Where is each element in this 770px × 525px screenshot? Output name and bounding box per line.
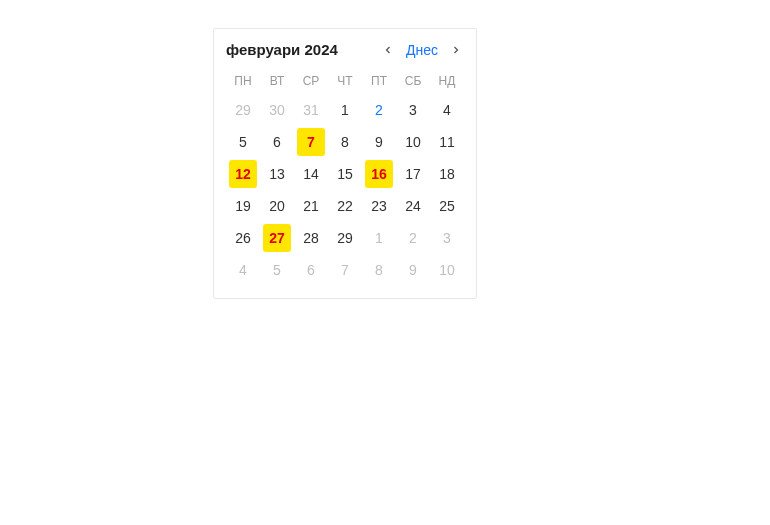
prev-month-button[interactable] xyxy=(380,42,396,58)
calendar-header: февруари 2024 Днес xyxy=(226,41,464,58)
day-cell[interactable]: 4 xyxy=(433,96,461,124)
day-cell[interactable]: 30 xyxy=(263,96,291,124)
day-cell[interactable]: 20 xyxy=(263,192,291,220)
day-cell[interactable]: 26 xyxy=(229,224,257,252)
day-cell[interactable]: 4 xyxy=(229,256,257,284)
day-cell[interactable]: 31 xyxy=(297,96,325,124)
day-cell[interactable]: 1 xyxy=(365,224,393,252)
day-cell[interactable]: 15 xyxy=(331,160,359,188)
calendar-week-row: 45678910 xyxy=(226,254,464,286)
calendar-grid: ПН ВТ СР ЧТ ПТ СБ НД 2930311234567891011… xyxy=(226,68,464,286)
day-cell[interactable]: 21 xyxy=(297,192,325,220)
day-cell[interactable]: 9 xyxy=(399,256,427,284)
day-cell[interactable]: 9 xyxy=(365,128,393,156)
day-cell[interactable]: 2 xyxy=(399,224,427,252)
weekday-header: СБ xyxy=(396,68,430,94)
day-cell[interactable]: 29 xyxy=(229,96,257,124)
calendar-week-row: 26272829123 xyxy=(226,222,464,254)
day-cell[interactable]: 24 xyxy=(399,192,427,220)
weekday-header: ВТ xyxy=(260,68,294,94)
weekday-header: ПН xyxy=(226,68,260,94)
day-cell[interactable]: 6 xyxy=(263,128,291,156)
weekday-header: ПТ xyxy=(362,68,396,94)
chevron-left-icon xyxy=(382,44,394,56)
day-cell[interactable]: 3 xyxy=(399,96,427,124)
calendar-week-row: 567891011 xyxy=(226,126,464,158)
today-button[interactable]: Днес xyxy=(406,42,438,58)
day-cell[interactable]: 10 xyxy=(433,256,461,284)
weekday-row: ПН ВТ СР ЧТ ПТ СБ НД xyxy=(226,68,464,94)
day-cell[interactable]: 27 xyxy=(263,224,291,252)
day-cell[interactable]: 7 xyxy=(331,256,359,284)
calendar-week-row: 19202122232425 xyxy=(226,190,464,222)
day-cell[interactable]: 14 xyxy=(297,160,325,188)
day-cell[interactable]: 16 xyxy=(365,160,393,188)
calendar-week-row: 2930311234 xyxy=(226,94,464,126)
day-cell[interactable]: 13 xyxy=(263,160,291,188)
weekday-header: ЧТ xyxy=(328,68,362,94)
day-cell[interactable]: 11 xyxy=(433,128,461,156)
day-cell[interactable]: 2 xyxy=(365,96,393,124)
day-cell[interactable]: 5 xyxy=(263,256,291,284)
day-cell[interactable]: 10 xyxy=(399,128,427,156)
day-cell[interactable]: 28 xyxy=(297,224,325,252)
calendar-nav: Днес xyxy=(380,42,464,58)
chevron-right-icon xyxy=(450,44,462,56)
calendar-title[interactable]: февруари 2024 xyxy=(226,41,338,58)
day-cell[interactable]: 17 xyxy=(399,160,427,188)
day-cell[interactable]: 3 xyxy=(433,224,461,252)
day-cell[interactable]: 19 xyxy=(229,192,257,220)
day-cell[interactable]: 1 xyxy=(331,96,359,124)
weekday-header: НД xyxy=(430,68,464,94)
day-cell[interactable]: 22 xyxy=(331,192,359,220)
weekday-header: СР xyxy=(294,68,328,94)
day-cell[interactable]: 23 xyxy=(365,192,393,220)
day-cell[interactable]: 18 xyxy=(433,160,461,188)
day-cell[interactable]: 6 xyxy=(297,256,325,284)
day-cell[interactable]: 25 xyxy=(433,192,461,220)
day-cell[interactable]: 7 xyxy=(297,128,325,156)
day-cell[interactable]: 8 xyxy=(365,256,393,284)
day-cell[interactable]: 5 xyxy=(229,128,257,156)
day-cell[interactable]: 8 xyxy=(331,128,359,156)
day-cell[interactable]: 12 xyxy=(229,160,257,188)
day-cell[interactable]: 29 xyxy=(331,224,359,252)
next-month-button[interactable] xyxy=(448,42,464,58)
calendar-panel: февруари 2024 Днес ПН ВТ СР ЧТ ПТ СБ НД … xyxy=(213,28,477,299)
calendar-week-row: 12131415161718 xyxy=(226,158,464,190)
